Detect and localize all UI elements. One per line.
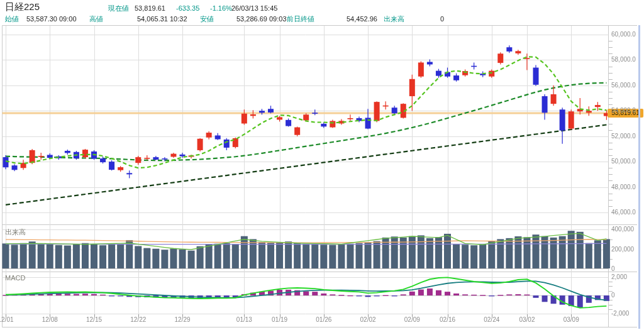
macd-axis-label: 0 <box>611 292 615 299</box>
y-axis-label: 50,000.0 <box>611 158 636 165</box>
quote-datetime: 26/03/13 15:45 <box>231 4 277 13</box>
y-axis-label: 46,000.0 <box>611 209 636 216</box>
volume-axis-label: 400,000 <box>611 226 634 233</box>
price-change: -633.35 <box>176 4 199 13</box>
x-axis-label: 03/09 <box>560 316 582 323</box>
x-axis-label: 01/13 <box>233 316 255 323</box>
open-label: 始値 <box>5 14 19 23</box>
x-axis-label: 12/29 <box>171 316 194 323</box>
chart-app: 日経225 現在値 53,819.61 -633.35 -1.16% 26/03… <box>0 0 644 330</box>
prev-close-value: 54,452.96 <box>347 14 377 23</box>
y-axis-label: 48,000.0 <box>611 184 636 190</box>
current-price-label: 現在値 <box>108 4 129 13</box>
volume-label: 出来高 <box>384 14 404 23</box>
x-axis-label: 12/22 <box>127 316 150 323</box>
x-axis-label: 12/15 <box>83 316 106 323</box>
x-axis-label: 12/01 <box>0 316 17 323</box>
low-value: 53,286.69 09:03 <box>236 14 287 23</box>
y-axis-label: 58,000.0 <box>611 56 636 63</box>
low-label: 安値 <box>200 14 214 23</box>
volume-pane-label: 出来高 <box>5 228 26 237</box>
x-axis-label: 03/02 <box>516 316 538 323</box>
prev-close-label: 前日終値 <box>287 14 314 23</box>
volume-axis-label: 0 <box>611 265 615 272</box>
x-axis-label: 02/02 <box>357 316 379 323</box>
chart-canvas[interactable] <box>0 0 644 330</box>
y-axis-label: 60,000.0 <box>611 31 636 38</box>
price-change-percent: -1.16% <box>210 4 232 13</box>
macd-axis-label: -2,000 <box>611 310 629 317</box>
macd-axis-label: 2,000 <box>611 273 627 280</box>
volume-value: 0 <box>440 14 444 23</box>
macd-pane-label: MACD <box>5 274 25 282</box>
high-label: 高値 <box>89 14 103 23</box>
y-axis-label: 54,000.0 <box>611 107 636 114</box>
x-axis-label: 02/24 <box>480 316 503 323</box>
y-axis-label: 56,000.0 <box>611 82 636 89</box>
volume-axis-label: 200,000 <box>611 246 634 253</box>
x-axis-label: 12/08 <box>38 316 61 323</box>
current-price-value: 53,819.61 <box>135 4 165 13</box>
x-axis-label: 02/16 <box>436 316 459 323</box>
y-axis-label: 52,000.0 <box>611 133 636 140</box>
x-axis-label: 01/19 <box>269 316 291 323</box>
high-value: 54,065.31 10:32 <box>137 14 187 23</box>
x-axis-label: 02/09 <box>401 316 423 323</box>
x-axis-label: 01/26 <box>313 316 335 323</box>
open-value: 53,587.30 09:00 <box>26 14 77 23</box>
scrollbar[interactable] <box>638 25 640 329</box>
symbol-name: 日経225 <box>5 3 40 11</box>
